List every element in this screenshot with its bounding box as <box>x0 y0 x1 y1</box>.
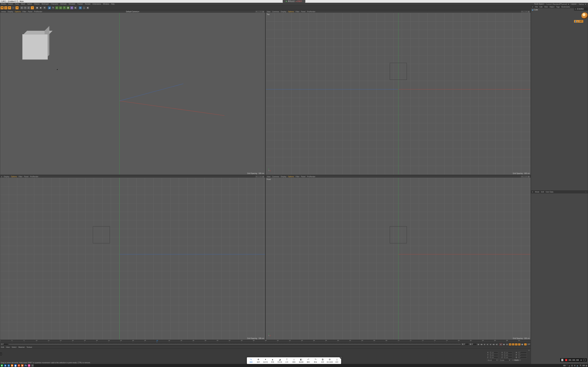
pos-key-icon[interactable]: ✥ <box>509 343 511 346</box>
anim-layer-icon[interactable]: ≡ <box>524 343 527 346</box>
axis-x-lock[interactable]: X <box>20 6 24 9</box>
hamburger-icon[interactable]: ≡ <box>532 6 533 8</box>
annot-文本[interactable]: T文本 <box>284 358 290 363</box>
bulb-icon[interactable]: ◉ <box>86 6 89 9</box>
range-end-input[interactable] <box>469 343 477 345</box>
next-key-icon[interactable]: ▸▸ <box>492 343 495 346</box>
menu-animate[interactable]: Animate <box>60 3 67 5</box>
cube-object[interactable] <box>19 31 48 60</box>
move-tool-icon[interactable]: ✥ <box>0 6 4 9</box>
tray-icon[interactable]: 英 <box>580 364 581 367</box>
menu-mesh[interactable]: Mesh <box>21 3 25 5</box>
menu-tools[interactable]: Tools <box>15 3 19 5</box>
expand-left-icon[interactable]: ‹ <box>0 352 2 355</box>
coord-system-icon[interactable]: ⌖ <box>31 6 34 9</box>
record-icon[interactable]: ● <box>500 343 502 346</box>
tray-icon[interactable]: ^ <box>567 365 567 367</box>
annotation-toolbar[interactable]: × ↖鼠标✥选择✦激光笔▲画笔◢荧光笔T文本◇图形◧橡皮擦↶撤销↷重做🗑清空⚙批… <box>247 357 341 364</box>
node-space-select[interactable]: Current (Standard/Physical) <box>545 3 570 5</box>
close-icon[interactable]: × <box>340 356 342 359</box>
timeline-slider[interactable] <box>9 343 461 345</box>
apply-button[interactable]: Apply <box>512 359 521 361</box>
recent-tool-icon[interactable]: ▫ <box>12 6 15 9</box>
pen-tool-icon[interactable]: ✎ <box>51 6 55 9</box>
current-frame-input[interactable] <box>1 343 8 345</box>
menu-volume[interactable]: Volume <box>34 3 39 5</box>
annot-撤销[interactable]: ↶撤销 <box>305 358 311 363</box>
deformer-icon[interactable]: ◈ <box>70 6 73 9</box>
rotate-tool-icon[interactable]: ⟳ <box>8 6 11 9</box>
stop-icon[interactable] <box>565 359 567 361</box>
viewport-side[interactable]: s DisplayOptionsFilterPanelProRender ✥⤢⟳… <box>0 175 265 340</box>
coord-space-select[interactable]: World <box>487 359 499 361</box>
cube-primitive-icon[interactable]: ◪ <box>48 6 51 9</box>
vp-nav3-icon[interactable]: ⟳ <box>260 11 262 13</box>
camera-icon[interactable]: ◐ <box>74 6 77 9</box>
axis-y-lock[interactable]: Y <box>24 6 27 9</box>
scale-key-icon[interactable]: ◫ <box>512 343 515 346</box>
tray-icon[interactable]: ☁ <box>568 365 570 367</box>
menu-select[interactable]: Select <box>8 3 13 5</box>
annot-荧光笔[interactable]: ◢荧光笔 <box>277 358 283 363</box>
pla-key-icon[interactable]: ▦ <box>521 343 524 346</box>
viewport-top[interactable]: ViewCamerasDisplayOptionsFilterPanelProR… <box>266 10 531 175</box>
floor-icon[interactable]: ▤ <box>79 6 82 9</box>
vp-nav4-icon[interactable]: ▣ <box>262 11 264 13</box>
os-taskbar[interactable]: ◆◉◍◆▆W◉Ps●◦ ⌨^☁⏻🖥🔈英⌨◧ <box>0 364 588 367</box>
annot-画笔[interactable]: ▲画笔 <box>269 358 276 363</box>
render-pv-icon[interactable]: ▶ <box>39 6 43 9</box>
avatar[interactable] <box>581 12 588 19</box>
menu-character[interactable]: Character <box>51 3 58 5</box>
extrude-icon[interactable]: ◫ <box>59 6 62 9</box>
menu-tracker[interactable]: Tracker <box>77 3 83 5</box>
prev-key-icon[interactable]: ◂◂ <box>480 343 483 346</box>
light-icon[interactable]: ☼ <box>82 6 86 9</box>
live-select-icon[interactable]: ✦ <box>15 6 19 9</box>
taskbar-app[interactable]: ◆ <box>11 364 13 367</box>
annot-重做[interactable]: ↷重做 <box>312 358 319 363</box>
rot-key-icon[interactable]: ⟳ <box>515 343 518 346</box>
cloner-icon[interactable]: ⠿ <box>63 6 66 9</box>
vp-nav1-icon[interactable]: ✥ <box>256 11 257 13</box>
taskbar-app[interactable]: ◍ <box>8 364 10 367</box>
tray-icon[interactable]: ⌨ <box>563 365 566 367</box>
screen-recorder-widget[interactable]: 00:00:00 ⊙ <box>560 358 587 362</box>
layout-select[interactable]: Startup <box>578 3 587 5</box>
taskbar-app[interactable]: ◦ <box>31 364 34 367</box>
annot-鼠标[interactable]: ↖鼠标 <box>248 358 254 363</box>
keysel-icon[interactable]: ◎ <box>506 343 508 346</box>
subdiv-icon[interactable]: ◎ <box>55 6 59 9</box>
annot-选择[interactable]: ✥选择 <box>255 358 261 363</box>
rec-camera-icon[interactable] <box>583 359 586 361</box>
autokey-icon[interactable]: ◉ <box>502 343 505 346</box>
next-frame-icon[interactable]: ▸ <box>489 343 492 346</box>
coord-size-select[interactable]: Scale <box>499 359 511 361</box>
prev-frame-icon[interactable]: ◂ <box>483 343 486 346</box>
play-icon[interactable]: ▸ <box>486 343 489 346</box>
field-icon[interactable]: ▦ <box>66 6 70 9</box>
taskbar-app[interactable]: ◆ <box>1 364 3 367</box>
menu-modes[interactable]: Modes <box>1 3 6 5</box>
viewport-front[interactable]: ViewCamerasDisplayOptionsFilterPanelProR… <box>266 175 531 340</box>
pause-icon[interactable] <box>562 359 564 361</box>
annot-激光笔[interactable]: ✦激光笔 <box>262 358 269 363</box>
taskbar-app[interactable]: ▆ <box>14 364 17 367</box>
menu-window[interactable]: Window <box>103 3 109 5</box>
object-tree[interactable]: ◪ Cube <box>531 8 588 191</box>
taskbar-app[interactable]: W <box>18 364 20 367</box>
timeline-ruler[interactable]: 4681012141618202224262830323436384042444… <box>0 340 531 343</box>
annot-保存[interactable]: ⤓保存 <box>334 358 340 363</box>
menu-spline[interactable]: Spline <box>27 3 32 5</box>
goto-start-icon[interactable]: |◂ <box>477 343 480 346</box>
annot-橡皮擦[interactable]: ◧橡皮擦 <box>298 358 304 363</box>
back-arrow-icon[interactable]: ← <box>585 191 587 193</box>
annot-批注设置[interactable]: ⚙批注设置 <box>327 358 333 363</box>
goto-end-icon[interactable]: ▸| <box>495 343 498 346</box>
render-settings-icon[interactable]: ⚙ <box>43 6 46 9</box>
taskbar-app[interactable]: Ps <box>25 364 27 367</box>
annot-清空[interactable]: 🗑清空 <box>319 358 326 363</box>
tray-icon[interactable]: ⌨ <box>582 365 585 367</box>
axis-z-lock[interactable]: Z <box>27 6 30 9</box>
taskbar-app[interactable]: ● <box>28 364 30 367</box>
hamburger-icon[interactable]: ≡ <box>532 191 533 193</box>
